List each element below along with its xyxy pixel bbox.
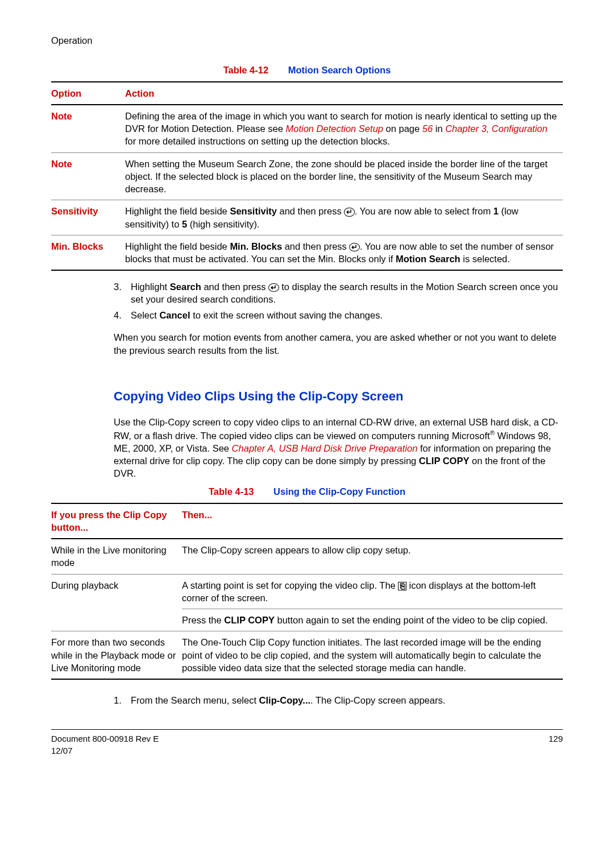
- enter-icon: ↵: [349, 243, 360, 251]
- text: A starting point is set for copying the …: [182, 580, 398, 590]
- bold: Cancel: [159, 310, 190, 320]
- col-if: If you press the Clip Copy button...: [51, 503, 182, 539]
- col-then: Then...: [182, 503, 563, 539]
- registered-symbol: ®: [490, 429, 495, 436]
- link-motion-detection-setup[interactable]: Motion Detection Setup: [285, 123, 383, 134]
- enter-icon: ↵: [344, 208, 355, 216]
- heading-clip-copy: Copying Video Clips Using the Clip-Copy …: [114, 388, 563, 405]
- text: . The Clip-Copy screen appears.: [310, 695, 445, 705]
- text: button again to set the ending point of …: [275, 615, 548, 625]
- section-header: Operation: [51, 34, 563, 47]
- note1-text: Defining the area of the image in which …: [125, 105, 563, 152]
- text: Highlight the field beside: [125, 206, 230, 216]
- text: (high sensitivity).: [187, 219, 259, 229]
- text: to exit the screen without saving the ch…: [190, 310, 383, 320]
- text: Press the: [182, 615, 224, 625]
- step-3: 3. Highlight Search and then press ↵ to …: [114, 280, 563, 306]
- text: and then press: [282, 241, 349, 251]
- step-number: 1.: [114, 694, 131, 706]
- table-row: Note Defining the area of the image in w…: [51, 105, 563, 152]
- sensitivity-text: Highlight the field beside Sensitivity a…: [125, 200, 563, 235]
- text: on page: [383, 123, 422, 134]
- step-number: 3.: [114, 280, 131, 306]
- step-4: 4. Select Cancel to exit the screen with…: [114, 309, 563, 321]
- minblocks-text: Highlight the field beside Min. Blocks a…: [125, 235, 563, 270]
- bold: 1: [493, 206, 499, 216]
- text: Select: [131, 310, 159, 320]
- steps-block-a: 3. Highlight Search and then press ↵ to …: [114, 280, 563, 480]
- note2-text: When setting the Museum Search Zone, the…: [125, 152, 563, 200]
- table-13-title: Using the Clip-Copy Function: [273, 486, 405, 497]
- copy-icon: ⎘: [398, 582, 406, 590]
- clip-copy-function-table: If you press the Clip Copy button... The…: [51, 503, 563, 680]
- r1-c2: The Clip-Copy screen appears to allow cl…: [182, 539, 563, 574]
- table-12-caption: Table 4-12 Motion Search Options: [51, 64, 563, 76]
- r2-c2b: Press the CLIP COPY button again to set …: [182, 609, 563, 631]
- bold: Clip-Copy...: [259, 695, 310, 705]
- text: and then press: [201, 282, 268, 292]
- table-row: For more than two seconds while in the P…: [51, 631, 563, 679]
- page-number: 129: [549, 733, 563, 757]
- text: and then press: [277, 206, 344, 216]
- table-13-number: Table 4-13: [209, 486, 254, 497]
- text: for more detailed instructions on settin…: [125, 136, 390, 146]
- after-steps-para: When you search for motion events from a…: [114, 331, 563, 357]
- link-usb-prep[interactable]: Chapter A, USB Hard Disk Drive Preparati…: [232, 443, 418, 453]
- text: is selected.: [460, 254, 510, 264]
- page-ref[interactable]: 56: [422, 123, 433, 134]
- bold: Search: [170, 282, 201, 292]
- bold: CLIP COPY: [224, 615, 275, 625]
- r2-c1: During playback: [51, 574, 182, 631]
- r3-c2: The One-Touch Clip Copy function initiat…: [182, 631, 563, 679]
- table-row: During playback A starting point is set …: [51, 574, 563, 609]
- bold: Motion Search: [396, 254, 460, 264]
- doc-number: Document 800-00918 Rev E: [51, 734, 159, 743]
- steps-block-b: 1. From the Search menu, select Clip-Cop…: [114, 694, 563, 706]
- note-label: Note: [51, 105, 125, 152]
- col-action: Action: [125, 82, 563, 105]
- table-13-caption: Table 4-13 Using the Clip-Copy Function: [51, 485, 563, 498]
- r2-c2a: A starting point is set for copying the …: [182, 574, 563, 609]
- sensitivity-label: Sensitivity: [51, 200, 125, 235]
- bold: CLIP COPY: [419, 456, 470, 466]
- text: From the Search menu, select: [131, 695, 259, 705]
- clip-copy-intro: Use the Clip-Copy screen to copy video c…: [114, 416, 563, 480]
- col-option: Option: [51, 82, 125, 105]
- text: . You are now able to select from: [355, 206, 493, 216]
- table-row: Min. Blocks Highlight the field beside M…: [51, 235, 563, 270]
- table-12-number: Table 4-12: [223, 65, 268, 75]
- text: Highlight: [131, 282, 170, 292]
- minblocks-label: Min. Blocks: [51, 235, 125, 270]
- text: Highlight the field beside: [125, 241, 230, 251]
- note-label: Note: [51, 152, 125, 200]
- table-row: Sensitivity Highlight the field beside S…: [51, 200, 563, 235]
- motion-search-options-table: Option Action Note Defining the area of …: [51, 81, 563, 271]
- bold: Min. Blocks: [230, 241, 282, 251]
- bold: Sensitivity: [230, 206, 277, 216]
- text: in: [433, 123, 445, 134]
- step-number: 4.: [114, 309, 131, 321]
- bold: 5: [182, 219, 187, 229]
- r1-c1: While in the Live monitoring mode: [51, 539, 182, 574]
- r3-c1: For more than two seconds while in the P…: [51, 631, 182, 679]
- table-row: While in the Live monitoring mode The Cl…: [51, 539, 563, 574]
- page-footer: Document 800-00918 Rev E 12/07 129: [51, 729, 563, 757]
- link-chapter3[interactable]: Chapter 3, Configuration: [445, 123, 547, 134]
- doc-date: 12/07: [51, 746, 73, 755]
- table-row: Note When setting the Museum Search Zone…: [51, 152, 563, 200]
- step-1: 1. From the Search menu, select Clip-Cop…: [114, 694, 563, 706]
- table-12-title: Motion Search Options: [288, 65, 391, 75]
- enter-icon: ↵: [268, 283, 279, 292]
